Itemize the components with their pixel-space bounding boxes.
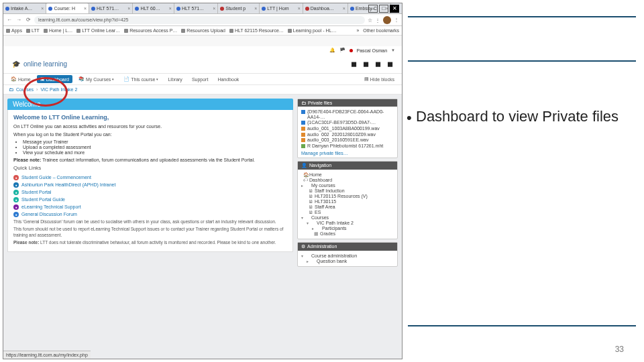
bookmark-item[interactable]: LTT (26, 28, 40, 33)
welcome-panel-body: Welcome to LTT Online Learning, On LTT O… (7, 110, 293, 252)
browser-tab[interactable]: HLT 60…× (133, 3, 174, 13)
browser-tab[interactable]: Student p× (218, 3, 260, 13)
quick-link[interactable]: ●Student Portal Guide (13, 197, 287, 202)
page-content: 🔔 🏴 Pascal Osman ▼ 🎓 online learning ◼ ◼… (3, 46, 402, 359)
nav-dashboard[interactable]: ▣ Dashboard (37, 75, 72, 83)
browser-menu-button[interactable]: ⋮ (394, 17, 399, 23)
window-minimize-button[interactable]: – (368, 5, 378, 13)
breadcrumb: 🗀 Courses › VIC Path Intake 2 (3, 85, 402, 95)
navigation-header: 👤 Navigation (298, 162, 397, 170)
private-file[interactable]: {D967E404-FDB23FCE-0064-AAD0-AA14-… (301, 109, 394, 119)
nav-tree-item[interactable]: ▦Grades (301, 231, 394, 236)
manage-private-files-link[interactable]: Manage private files… (301, 151, 348, 156)
profile-avatar[interactable] (383, 16, 391, 24)
nav-support[interactable]: Support (189, 76, 212, 83)
quick-link[interactable]: ●Ashburton Park HealthDirect (APHD) Intr… (13, 182, 287, 188)
main-nav: 🏠 Home ▣ Dashboard 📚 My Courses ▾ 📄 This… (3, 73, 402, 85)
nav-tree-item[interactable]: ▸Participants (301, 226, 394, 231)
bookmark-item[interactable]: Apps (6, 28, 22, 33)
browser-window: – □ ✕ Intake A…× Course: H× HLT 571…× HL… (3, 3, 402, 359)
browser-tab[interactable]: Dashboa…× (303, 3, 348, 13)
browser-tab[interactable]: LTT | Hom× (260, 3, 303, 13)
user-menu-caret[interactable]: ▼ (391, 48, 395, 52)
nav-forward-button[interactable]: → (15, 17, 22, 23)
private-file[interactable]: audio_002_2020128010Z09.wav (301, 132, 394, 137)
notifications-icon[interactable]: 🔔 (329, 48, 335, 53)
user-name[interactable]: Pascal Osman (357, 48, 388, 53)
nav-tree-item[interactable]: ▸Question bank (301, 259, 394, 263)
nav-back-button[interactable]: ← (6, 17, 13, 23)
twitter-icon[interactable]: ◼ (362, 60, 370, 68)
settings-icon[interactable]: ◼ (386, 60, 394, 68)
nav-my-courses[interactable]: 📚 My Courses ▾ (75, 75, 117, 83)
welcome-p2: When you log on to the Student Portal yo… (13, 131, 287, 137)
private-files-panel: 🗀 Private files {D967E404-FDB23FCE-0064-… (297, 99, 398, 158)
window-close-button[interactable]: ✕ (390, 5, 399, 13)
private-file[interactable]: audio_003_20160591EE.wav (301, 137, 394, 143)
bookmark-item[interactable]: HLT 62115 Resource… (229, 28, 284, 33)
nav-reload-button[interactable]: ⟳ (25, 17, 32, 23)
nav-tree-item[interactable]: ▸My courses (301, 183, 394, 188)
private-files-header: 🗀 Private files (298, 99, 397, 107)
folder-icon: 🗀 (9, 87, 13, 92)
welcome-li: View your schedule and more (23, 150, 287, 155)
slide-bullet-text: Dashboard to view Private files (416, 108, 619, 125)
extensions-icon[interactable]: ⋮ (375, 17, 380, 23)
breadcrumb-item[interactable]: VIC Path Intake 2 (40, 87, 77, 92)
nav-tree-item[interactable]: ▾Course administration (301, 253, 394, 258)
welcome-note: Please note: Trainee contact information… (13, 157, 287, 163)
nav-tree-item[interactable]: 🏷Dashboard (301, 178, 394, 182)
nav-tree-item[interactable]: 🗎ES (301, 210, 394, 215)
slide-divider-mid (408, 60, 636, 62)
status-url: https://learning.ltt.com.au/my/index.php (6, 353, 88, 357)
quick-link[interactable]: ●eLearning Technical Support (13, 204, 287, 210)
slide-divider-bottom (408, 325, 636, 326)
private-file[interactable]: audio_001_1003A8BA000199.wav (301, 126, 394, 131)
nav-tree-item[interactable]: 🗎HLT30115 (301, 199, 394, 204)
quick-links-title: Quick Links (13, 165, 287, 172)
nav-tree-item[interactable]: ▾VIC Path Intake 2 (301, 221, 394, 225)
nav-library[interactable]: Library (164, 76, 185, 83)
facebook-icon[interactable]: ◼ (350, 60, 358, 68)
bookmark-item[interactable]: Home | L… (44, 28, 72, 33)
breadcrumb-item[interactable]: Courses (16, 87, 34, 92)
private-file[interactable]: R Darryan Phlebotomist 617261.mht (301, 143, 394, 149)
browser-tab[interactable]: HLT 571…× (89, 3, 133, 13)
welcome-panel-header: Welcome (7, 99, 293, 110)
bookmark-star-icon[interactable]: ☆ (368, 17, 373, 23)
bookmark-item[interactable]: Resources Access P… (124, 28, 177, 33)
nav-tree-item[interactable]: 🗎HLT20115 Resources (V) (301, 194, 394, 198)
nav-tree-item[interactable]: ▾Courses (301, 215, 394, 220)
instagram-icon[interactable]: ◼ (374, 60, 382, 68)
site-logo[interactable]: 🎓 online learning (11, 59, 67, 68)
quick-link[interactable]: ●Student Guide – Commencement (13, 175, 287, 180)
messages-icon[interactable]: 🏴 (339, 48, 345, 53)
bookmark-item[interactable]: LTT Online Lear… (76, 28, 120, 33)
site-header: 🎓 online learning ◼ ◼ ◼ ◼ (3, 54, 402, 73)
hide-blocks-button[interactable]: ▤ Hide blocks (361, 75, 398, 83)
nav-tree-item[interactable]: 🏠Home (301, 172, 394, 177)
user-bar: 🔔 🏴 Pascal Osman ▼ (3, 46, 402, 54)
quick-link[interactable]: ●Student Portal (13, 190, 287, 195)
bookmark-item[interactable]: Learning pool - HL… (288, 28, 337, 33)
nav-this-course[interactable]: 📄 This course ▾ (120, 75, 162, 83)
nav-handbook[interactable]: Handbook (214, 76, 242, 83)
quick-link[interactable]: ●General Discussion Forum (13, 212, 287, 217)
navigation-panel: 👤 Navigation 🏠Home🏷Dashboard▸My courses🗎… (297, 161, 398, 239)
url-input[interactable]: learning.ltt.com.au/course/view.php?id=4… (34, 16, 365, 24)
slide-divider-top (408, 16, 636, 17)
tab-strip: – □ ✕ Intake A…× Course: H× HLT 571…× HL… (3, 3, 402, 14)
bullet-dot: • (407, 109, 412, 127)
browser-tab[interactable]: Course: H× (46, 3, 89, 13)
other-bookmarks[interactable]: » Other bookmarks (356, 28, 399, 33)
private-file[interactable]: {1CAC301F-BE973D5D-09A7-… (301, 120, 394, 125)
browser-status-bar: https://learning.ltt.com.au/my/index.php (3, 351, 91, 359)
notification-badge (350, 49, 353, 52)
nav-tree-item[interactable]: 🗎Staff Area (301, 204, 394, 209)
nav-tree-item[interactable]: 🗎Staff Induction (301, 188, 394, 193)
bookmark-item[interactable]: Resources Upload (181, 28, 225, 33)
window-maximize-button[interactable]: □ (379, 5, 388, 13)
browser-tab[interactable]: Intake A…× (3, 3, 46, 13)
browser-tab[interactable]: HLT 571…× (174, 3, 218, 13)
nav-home[interactable]: 🏠 Home (7, 75, 34, 83)
